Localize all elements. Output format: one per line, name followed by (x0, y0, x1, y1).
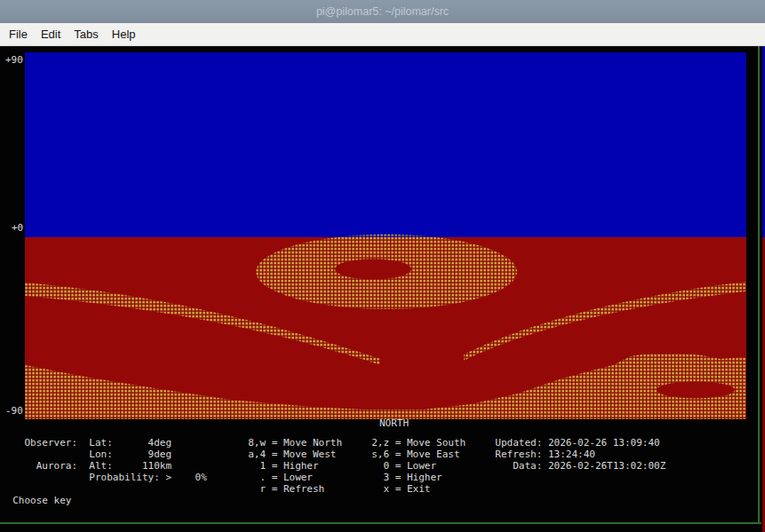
status-and-keybindings-text: Observer: Lat: 4deg 8,w = Move North 2,z… (1, 437, 665, 506)
aurora-map-svg (25, 52, 746, 419)
aurora-sky-map (25, 52, 746, 419)
window-titlebar[interactable]: pi@pilomar5: ~/pilomar/src (0, 0, 765, 23)
menu-bar: File Edit Tabs Help (0, 23, 765, 46)
altitude-label-minus90: -90 (5, 406, 23, 416)
window-title: pi@pilomar5: ~/pilomar/src (316, 5, 449, 18)
menu-file[interactable]: File (9, 28, 28, 41)
altitude-label-plus90: +90 (5, 55, 23, 65)
direction-label-north: NORTH (379, 418, 409, 428)
menu-edit[interactable]: Edit (41, 28, 60, 41)
screen-border-bottom (0, 522, 761, 524)
altitude-label-horizon: +0 (12, 223, 23, 233)
sky-region (25, 52, 746, 237)
menu-help[interactable]: Help (112, 28, 136, 41)
screen-border-right (758, 46, 760, 524)
terminal-screen[interactable]: +90 +0 -90 NORTH Observer: Lat: 4deg 8,w… (0, 46, 765, 532)
menu-tabs[interactable]: Tabs (74, 28, 98, 41)
